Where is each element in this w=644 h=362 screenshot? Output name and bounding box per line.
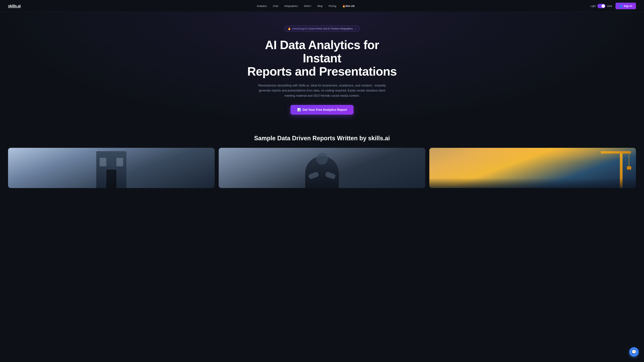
hero-title-line1: AI Data Analytics for Instant <box>265 38 379 65</box>
hero-title-line2: Reports and Presentations <box>247 65 397 78</box>
nav-link-blog[interactable]: Blog <box>318 4 322 7</box>
chevron-down-icon: ▾ <box>310 5 312 7</box>
report-card-1[interactable] <box>8 148 215 188</box>
nav-item-write[interactable]: Write ▾ <box>304 4 312 7</box>
chat-bubble[interactable]: 💬 <box>629 347 639 357</box>
report-card-3[interactable] <box>429 148 636 188</box>
card-2-overlay <box>219 148 425 188</box>
sign-in-button[interactable]: 👥 Sign In <box>616 3 636 9</box>
nav-item-chat[interactable]: Chat <box>273 4 278 7</box>
ground-overlay <box>429 178 636 188</box>
nav-item-pricing[interactable]: Pricing <box>328 4 336 7</box>
hero-section: 🔥 Introducing AI Content Writer and AI T… <box>0 12 644 125</box>
theme-toggle-container: Light Dark <box>591 4 612 8</box>
nav-link-infographics[interactable]: Infographics <box>284 4 298 7</box>
nav-link-chat[interactable]: Chat <box>273 4 278 7</box>
users-icon: 👥 <box>619 4 622 7</box>
card-3-overlay <box>429 148 636 188</box>
nav-right: Light Dark 👥 Sign In <box>591 3 636 9</box>
theme-dark-label: Dark <box>607 5 612 7</box>
crane-hook <box>627 166 631 170</box>
report-card-2[interactable] <box>219 148 425 188</box>
nav-link-hire-us[interactable]: 🔥Hire US <box>342 4 354 7</box>
nav-item-analytics[interactable]: Analytics <box>257 4 267 7</box>
sun-glow <box>429 148 636 165</box>
sample-reports-section: Sample Data Driven Reports Written by sk… <box>0 125 644 188</box>
announcement-arrow: → <box>354 27 356 30</box>
announcement-text: Introducing AI Content Writer and AI Tim… <box>292 27 352 30</box>
nav-link-pricing[interactable]: Pricing <box>328 4 336 7</box>
theme-light-label: Light <box>591 5 596 7</box>
announcement-emoji: 🔥 <box>288 27 291 30</box>
nav-item-hire-us[interactable]: 🔥Hire US <box>342 4 354 7</box>
nav-links: Analytics Chat Infographics Write ▾ Blog… <box>257 4 354 7</box>
hero-subtitle: Revolutionize storytelling with Skills.a… <box>256 83 388 98</box>
hero-title: AI Data Analytics for Instant Reports an… <box>246 38 398 78</box>
announcement-banner[interactable]: 🔥 Introducing AI Content Writer and AI T… <box>284 25 360 32</box>
nav-item-infographics[interactable]: Infographics <box>284 4 298 7</box>
window-right <box>116 158 123 166</box>
hero-wrapper: 🔥 Introducing AI Content Writer and AI T… <box>0 12 644 125</box>
toggle-knob <box>602 4 605 8</box>
sample-reports-title: Sample Data Driven Reports Written by sk… <box>8 135 636 142</box>
cta-button[interactable]: 📊 Get Your Free Analytics Report <box>290 105 354 115</box>
person-head <box>316 153 328 165</box>
reports-grid <box>8 148 636 188</box>
nav-link-write[interactable]: Write ▾ <box>304 4 312 7</box>
navbar: skills.ai Analytics Chat Infographics Wr… <box>0 0 644 12</box>
chart-icon: 📊 <box>297 108 301 112</box>
door-shape <box>106 170 116 188</box>
theme-toggle[interactable] <box>598 4 606 8</box>
cta-label: Get Your Free Analytics Report <box>302 108 347 112</box>
nav-link-analytics[interactable]: Analytics <box>257 4 267 7</box>
window-left <box>100 158 106 166</box>
chat-icon: 💬 <box>632 350 636 354</box>
card-1-overlay <box>8 148 215 188</box>
brand-logo[interactable]: skills.ai <box>8 4 21 8</box>
nav-item-blog[interactable]: Blog <box>318 4 322 7</box>
